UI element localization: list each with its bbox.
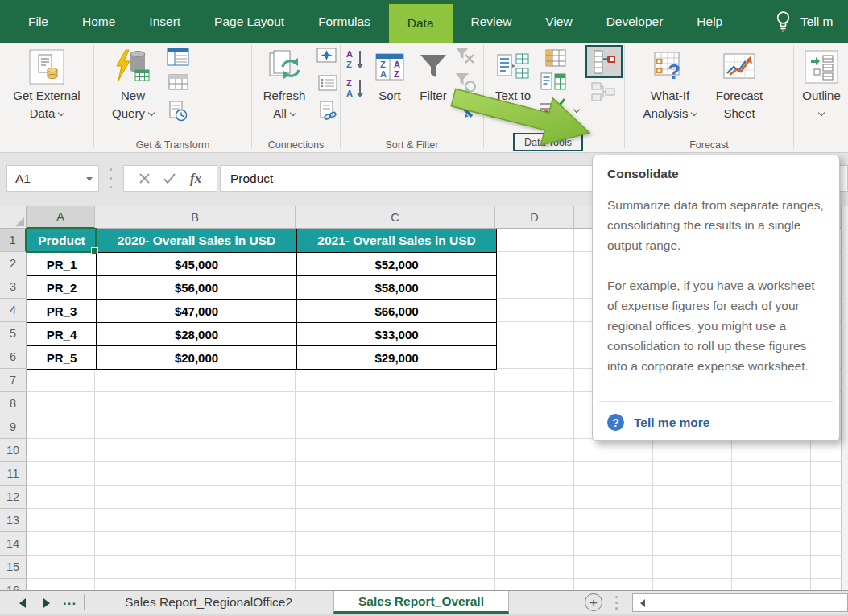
sheet-tab-regional-office2[interactable]: Sales Report_RegionalOffice2	[85, 591, 333, 614]
tab-bar-dots[interactable]	[615, 596, 618, 610]
cell-E15[interactable]	[574, 556, 653, 579]
row-header-11[interactable]: 11	[0, 462, 27, 486]
row-header-5[interactable]: 5	[0, 322, 27, 345]
sort-descending-icon[interactable]: Z A	[345, 77, 366, 101]
column-header-D[interactable]: D	[495, 206, 574, 229]
vertical-scrollbar[interactable]	[841, 206, 848, 590]
cell-A12[interactable]	[27, 486, 95, 509]
formula-bar-divider-dots[interactable]	[110, 168, 112, 188]
cell-F12[interactable]	[653, 486, 732, 509]
forecast-sheet-button[interactable]: Forecast Sheet	[707, 43, 771, 122]
ribbon-tab-developer[interactable]: Developer	[589, 0, 680, 43]
cell-C13[interactable]	[296, 509, 495, 532]
name-box-dropdown-icon[interactable]	[86, 177, 93, 181]
cell-E12[interactable]	[574, 486, 653, 509]
table-header-cell[interactable]: 2020- Overall Sales in USD	[97, 229, 297, 253]
cell-F10[interactable]	[653, 439, 732, 462]
cell-C11[interactable]	[296, 462, 495, 486]
enter-icon[interactable]	[163, 173, 176, 184]
table-header-cell[interactable]: Product	[27, 229, 97, 253]
cell-C7[interactable]	[296, 369, 495, 392]
cell-G14[interactable]	[732, 532, 811, 556]
advanced-filter-icon[interactable]	[455, 98, 478, 122]
row-header-12[interactable]: 12	[0, 486, 27, 509]
table-cell[interactable]: $66,000	[297, 300, 497, 323]
cell-F11[interactable]	[653, 462, 732, 486]
ribbon-tab-review[interactable]: Review	[454, 0, 529, 43]
cell-D6[interactable]	[495, 345, 574, 369]
ribbon-tab-page-layout[interactable]: Page Layout	[197, 0, 301, 43]
cell-D1[interactable]	[495, 229, 574, 252]
ribbon-tab-home[interactable]: Home	[65, 0, 132, 43]
row-header-8[interactable]: 8	[0, 392, 27, 415]
ribbon-tab-view[interactable]: View	[528, 0, 589, 43]
cell-E16[interactable]	[574, 579, 653, 590]
row-header-1[interactable]: 1	[0, 229, 27, 252]
cell-D10[interactable]	[495, 439, 574, 462]
cell-A13[interactable]	[27, 509, 95, 532]
cell-D11[interactable]	[495, 462, 574, 486]
cell-G15[interactable]	[732, 556, 811, 579]
horizontal-scrollbar[interactable]	[632, 593, 848, 612]
table-cell[interactable]: $52,000	[297, 253, 497, 276]
table-cell[interactable]: $45,000	[97, 253, 297, 276]
table-cell[interactable]: $58,000	[297, 276, 497, 300]
cell-B14[interactable]	[95, 532, 296, 556]
row-header-9[interactable]: 9	[0, 415, 27, 439]
cell-A8[interactable]	[27, 392, 95, 415]
remove-duplicates-icon[interactable]	[545, 49, 566, 70]
cell-E11[interactable]	[574, 462, 653, 486]
name-box[interactable]: A1	[6, 165, 99, 192]
row-header-7[interactable]: 7	[0, 369, 27, 392]
cell-B8[interactable]	[95, 392, 296, 415]
row-header-14[interactable]: 14	[0, 532, 27, 556]
cell-D13[interactable]	[495, 509, 574, 532]
cancel-icon[interactable]	[139, 173, 150, 184]
relationships-icon[interactable]	[591, 82, 615, 105]
cell-C9[interactable]	[296, 415, 495, 439]
insert-function-icon[interactable]: fx	[190, 171, 201, 187]
new-query-button[interactable]: New Query	[101, 43, 165, 122]
sheet-nav-right-icon[interactable]	[43, 598, 50, 608]
table-cell[interactable]: PR_4	[27, 323, 97, 346]
ribbon-tab-formulas[interactable]: Formulas	[301, 0, 387, 43]
cell-A15[interactable]	[27, 556, 95, 579]
outline-button[interactable]: Outline	[797, 43, 846, 122]
table-cell[interactable]: $29,000	[297, 346, 497, 370]
row-header-6[interactable]: 6	[0, 345, 27, 369]
filter-button[interactable]: Filter	[413, 43, 453, 105]
row-header-13[interactable]: 13	[0, 509, 27, 532]
cell-D7[interactable]	[495, 369, 574, 392]
data-validation-icon[interactable]	[539, 97, 566, 123]
what-if-analysis-button[interactable]: ? What-If Analysis	[635, 43, 705, 122]
ribbon-tab-file[interactable]: File	[11, 0, 65, 43]
cell-B9[interactable]	[95, 415, 296, 439]
cell-B13[interactable]	[95, 509, 296, 532]
cell-E14[interactable]	[574, 532, 653, 556]
clear-filter-icon[interactable]	[455, 47, 478, 71]
cell-G16[interactable]	[732, 579, 811, 590]
row-header-4[interactable]: 4	[0, 299, 27, 322]
table-cell[interactable]: PR_5	[27, 346, 97, 370]
cell-C12[interactable]	[296, 486, 495, 509]
row-header-3[interactable]: 3	[0, 275, 27, 299]
cell-G11[interactable]	[732, 462, 811, 486]
table-cell[interactable]: $33,000	[297, 323, 497, 346]
column-header-A[interactable]: A	[27, 206, 95, 229]
cell-B10[interactable]	[95, 439, 296, 462]
sort-button[interactable]: Z A A Z Sort	[366, 43, 413, 105]
cell-B7[interactable]	[95, 369, 296, 392]
cell-C15[interactable]	[296, 556, 495, 579]
sheet-nav-left-icon[interactable]	[19, 598, 26, 608]
table-cell[interactable]: $56,000	[97, 276, 297, 300]
select-all-corner[interactable]	[0, 206, 27, 229]
cell-A16[interactable]	[27, 579, 95, 590]
cell-G10[interactable]	[732, 439, 811, 462]
row-header-2[interactable]: 2	[0, 252, 27, 275]
cell-A7[interactable]	[27, 369, 95, 392]
table-header-cell[interactable]: 2021- Overall Sales in USD	[297, 229, 497, 253]
cell-F13[interactable]	[653, 509, 732, 532]
cell-C14[interactable]	[296, 532, 495, 556]
table-cell[interactable]: PR_2	[27, 276, 97, 300]
get-external-data-button[interactable]: Get External Data	[3, 43, 90, 122]
